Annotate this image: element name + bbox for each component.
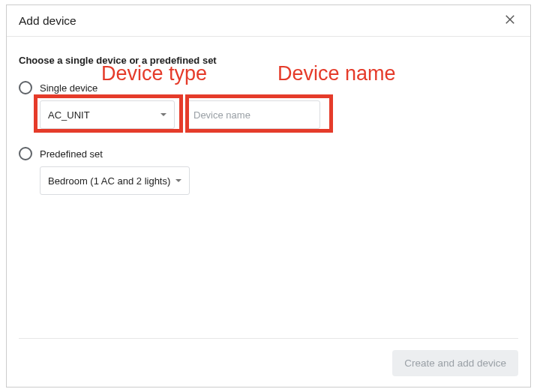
device-type-select[interactable]: AC_UNIT xyxy=(40,100,175,129)
add-device-dialog: Add device Choose a single device or a p… xyxy=(6,4,531,388)
predefined-set-value: Bedroom (1 AC and 2 lights) xyxy=(48,175,170,187)
option-single-label: Single device xyxy=(40,82,98,94)
device-name-input[interactable] xyxy=(185,100,320,129)
radio-predefined-set[interactable] xyxy=(19,147,32,160)
dialog-footer: Create and add device xyxy=(392,350,518,376)
device-type-value: AC_UNIT xyxy=(48,109,90,121)
predefined-set-select[interactable]: Bedroom (1 AC and 2 lights) xyxy=(40,166,190,195)
caret-down-icon xyxy=(160,113,166,116)
close-icon xyxy=(503,13,517,26)
close-button[interactable] xyxy=(503,13,520,29)
predefined-set-controls: Bedroom (1 AC and 2 lights) xyxy=(40,166,518,195)
dialog-header: Add device xyxy=(7,5,530,37)
dialog-title: Add device xyxy=(19,14,518,28)
dialog-body: Choose a single device or a predefined s… xyxy=(7,37,530,195)
single-device-controls: AC_UNIT xyxy=(40,100,518,129)
option-predefined-label: Predefined set xyxy=(40,148,103,160)
create-and-add-button[interactable]: Create and add device xyxy=(392,350,518,376)
option-single-device[interactable]: Single device xyxy=(19,81,518,94)
instruction-text: Choose a single device or a predefined s… xyxy=(19,55,518,66)
option-predefined-set[interactable]: Predefined set xyxy=(19,147,518,160)
caret-down-icon xyxy=(176,179,182,182)
footer-divider xyxy=(19,338,518,339)
radio-single-device[interactable] xyxy=(19,81,32,94)
